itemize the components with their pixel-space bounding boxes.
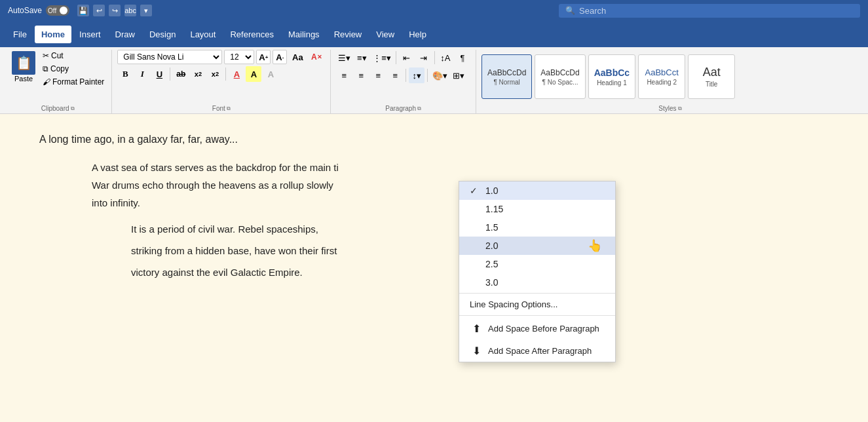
style-title[interactable]: Aat Title <box>688 54 735 99</box>
paragraph-group: ☰▾ ≡▾ ⋮≡▾ ⇤ ⇥ ↕A ¶ ≡ ≡ ≡ ≡ ↕▾ 🎨▾ ⊞▾ <box>331 50 476 113</box>
add-space-after-label: Add Space After Paragraph <box>488 346 592 356</box>
search-input[interactable]: Search <box>579 6 606 16</box>
doc-line-2: A vast sea of stars serves as the backdr… <box>92 162 339 173</box>
menu-item-insert[interactable]: Insert <box>73 26 107 43</box>
dropdown-divider <box>459 293 615 294</box>
line-spacing-options[interactable]: Line Spacing Options... <box>459 295 615 314</box>
strikethrough-button[interactable]: ab <box>173 66 189 82</box>
styles-group: AaBbCcDd ¶ Normal AaBbCcDd ¶ No Spac... … <box>476 50 864 113</box>
italic-button[interactable]: I <box>134 66 150 82</box>
menu-item-layout[interactable]: Layout <box>183 26 222 43</box>
para-sep2 <box>434 51 435 64</box>
autosave-toggle[interactable]: Off <box>46 5 69 16</box>
doc-line-4: into infinity. <box>92 197 140 208</box>
change-case-button[interactable]: Aa <box>289 50 306 64</box>
borders-button[interactable]: ⊞▾ <box>451 67 466 83</box>
style-no-spacing[interactable]: AaBbCcDd ¶ No Spac... <box>535 54 585 99</box>
font-size-select[interactable]: 12 <box>224 50 254 64</box>
spacing-1-15-label: 1.15 <box>485 204 503 214</box>
space-after-icon: ⬇ <box>470 344 483 357</box>
style-normal-preview: AaBbCcDd <box>487 68 526 77</box>
font-group-label: Font ⧉ <box>117 104 325 112</box>
multilevel-list-button[interactable]: ⋮≡▾ <box>371 50 393 66</box>
style-normal[interactable]: AaBbCcDd ¶ Normal <box>481 54 532 99</box>
menu-item-home[interactable]: Home <box>35 26 71 43</box>
paragraph-expand-icon[interactable]: ⧉ <box>417 106 421 112</box>
clear-char-format-button[interactable]: A <box>263 66 278 82</box>
add-space-before-label: Add Space Before Paragraph <box>488 324 599 334</box>
add-space-before[interactable]: ⬆ Add Space Before Paragraph <box>459 317 615 339</box>
align-right-button[interactable]: ≡ <box>370 67 386 83</box>
menu-item-file[interactable]: File <box>7 26 33 43</box>
spacing-3-0[interactable]: 3.0 <box>459 273 615 292</box>
menu-item-design[interactable]: Design <box>143 26 182 43</box>
add-space-after[interactable]: ⬇ Add Space After Paragraph <box>459 339 615 362</box>
redo-icon[interactable]: ↪ <box>109 5 121 16</box>
style-heading2-label: Heading 2 <box>647 79 677 86</box>
subscript-button[interactable]: x2 <box>190 66 206 82</box>
font-expand-icon[interactable]: ⧉ <box>227 106 231 112</box>
align-left-button[interactable]: ≡ <box>336 67 352 83</box>
autosave-area: AutoSave Off <box>8 5 69 16</box>
spacing-2-0[interactable]: 2.0 👆 <box>459 237 615 255</box>
align-center-button[interactable]: ≡ <box>353 67 369 83</box>
bullets-button[interactable]: ☰▾ <box>336 50 352 66</box>
copy-button[interactable]: ⧉ Copy <box>41 63 106 75</box>
spacing-2-5[interactable]: 2.5 <box>459 255 615 273</box>
style-heading2[interactable]: AaBbCct Heading 2 <box>638 54 685 99</box>
decrease-indent-button[interactable]: ⇤ <box>399 50 415 66</box>
menu-item-view[interactable]: View <box>369 26 401 43</box>
menu-item-review[interactable]: Review <box>328 26 369 43</box>
sort-button[interactable]: ↕A <box>438 50 453 66</box>
styles-expand-icon[interactable]: ⧉ <box>678 106 682 112</box>
clipboard-expand-icon[interactable]: ⧉ <box>71 106 75 112</box>
format-painter-icon: 🖌 <box>43 77 50 86</box>
bold-button[interactable]: B <box>117 66 133 82</box>
search-bar[interactable]: 🔍 Search <box>559 4 860 18</box>
spacing-3-0-label: 3.0 <box>485 277 498 288</box>
underline-button[interactable]: U <box>151 66 167 82</box>
superscript-button[interactable]: x2 <box>207 66 223 82</box>
format-painter-button[interactable]: 🖌 Format Painter <box>41 76 106 88</box>
clipboard-actions: ✂ Cut ⧉ Copy 🖌 Format Painter <box>41 50 106 88</box>
increase-indent-button[interactable]: ⇥ <box>416 50 432 66</box>
menu-item-help[interactable]: Help <box>402 26 433 43</box>
decrease-font-button[interactable]: A- <box>273 50 287 64</box>
font-name-select[interactable]: Gill Sans Nova Li <box>117 50 222 64</box>
spellcheck-icon[interactable]: abc <box>124 5 136 16</box>
clipboard-group-content: 📋 Paste ✂ Cut ⧉ Copy 🖌 Format Painter <box>9 50 106 104</box>
menu-item-draw[interactable]: Draw <box>109 26 142 43</box>
font-color-button[interactable]: A <box>229 66 244 82</box>
undo-icon[interactable]: ↩ <box>93 5 105 16</box>
save-icon[interactable]: 💾 <box>77 5 89 16</box>
menu-item-mailings[interactable]: Mailings <box>282 26 326 43</box>
increase-font-button[interactable]: A+ <box>256 50 271 64</box>
spacing-1-5[interactable]: 1.5 <box>459 218 615 237</box>
line-spacing-button[interactable]: ↕▾ <box>409 67 425 83</box>
menu-item-references[interactable]: References <box>223 26 280 43</box>
font-name-row: Gill Sans Nova Li 12 A+ A- Aa A✕ <box>117 50 325 64</box>
toggle-knob <box>60 7 67 14</box>
more-tools-icon[interactable]: ▾ <box>140 5 152 16</box>
clear-format-button[interactable]: A✕ <box>308 50 325 64</box>
spacing-1-15[interactable]: 1.15 <box>459 200 615 218</box>
paste-label: Paste <box>14 75 33 83</box>
space-before-icon: ⬆ <box>470 322 483 335</box>
justify-button[interactable]: ≡ <box>387 67 403 83</box>
numbering-button[interactable]: ≡▾ <box>354 50 369 66</box>
shading-button[interactable]: 🎨▾ <box>430 67 449 83</box>
font-group: Gill Sans Nova Li 12 A+ A- Aa A✕ B I U a… <box>112 50 331 113</box>
highlight-color-button[interactable]: A <box>246 66 261 82</box>
font-group-content: Gill Sans Nova Li 12 A+ A- Aa A✕ B I U a… <box>117 50 325 104</box>
cut-button[interactable]: ✂ Cut <box>41 50 106 62</box>
doc-line-5: It is a period of civil war. Rebel space… <box>131 223 318 235</box>
style-heading1[interactable]: AaBbCc Heading 1 <box>588 54 635 99</box>
show-marks-button[interactable]: ¶ <box>455 50 470 66</box>
style-heading1-preview: AaBbCc <box>594 67 630 78</box>
paste-button[interactable]: 📋 Paste <box>9 50 38 84</box>
spacing-1-0[interactable]: ✓ 1.0 <box>459 182 615 200</box>
cut-icon: ✂ <box>43 51 49 60</box>
search-icon: 🔍 <box>565 6 575 15</box>
format-separator2 <box>225 67 226 81</box>
clipboard-group: 📋 Paste ✂ Cut ⧉ Copy 🖌 Format Painter C <box>4 50 112 113</box>
